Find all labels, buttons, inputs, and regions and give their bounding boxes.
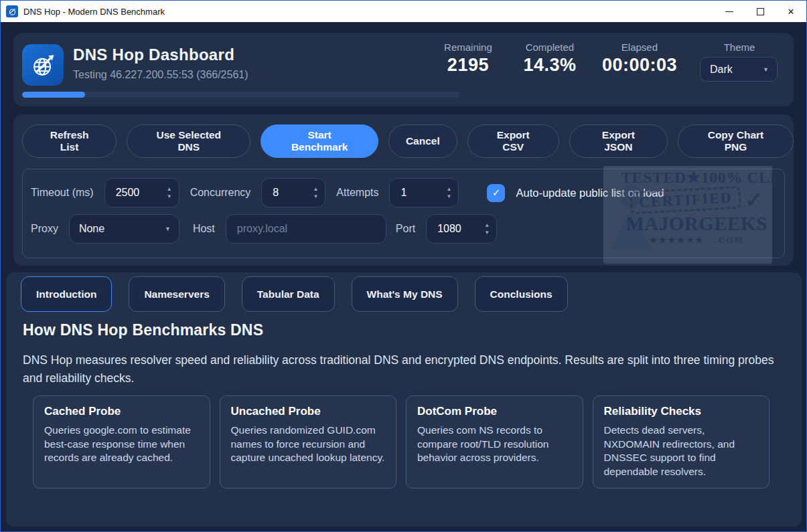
stat-remaining: Remaining 2195 [439, 41, 498, 76]
refresh-list-button[interactable]: Refresh List [22, 124, 117, 158]
proxy-label: Proxy [31, 223, 58, 235]
header-card: DNS Hop Dashboard Testing 46.227.200.55:… [13, 33, 794, 106]
timeout-spin-up-icon[interactable]: ▲ [167, 187, 172, 191]
progress-bar [22, 92, 460, 98]
content-card: Introduction Nameservers Tabular Data Wh… [6, 272, 802, 527]
check-icon: ✓ [492, 187, 501, 199]
stat-completed-value: 14.3% [520, 55, 579, 76]
uncached-probe-card: Uncached Probe Queries randomized GUID.c… [220, 395, 397, 489]
cancel-button[interactable]: Cancel [388, 124, 457, 158]
stat-completed: Completed 14.3% [520, 41, 579, 76]
majorgeeks-watermark: TESTED★100% CLEAN CERTIFIED ✓ MAJORGEEKS… [603, 166, 772, 264]
timeout-label: Timeout (ms) [31, 187, 94, 199]
title-bar: DNS Hop - Modern DNS Benchmark ✕ [1, 1, 806, 22]
card-title: Uncached Probe [231, 405, 386, 418]
attempts-input[interactable]: 1 ▲ ▼ [389, 178, 459, 207]
port-spin-up-icon[interactable]: ▲ [484, 223, 490, 228]
tab-introduction[interactable]: Introduction [21, 276, 112, 312]
export-csv-button[interactable]: Export CSV [467, 124, 559, 158]
chevron-down-icon: ▼ [165, 226, 171, 232]
theme-select[interactable]: Dark ▼ [700, 57, 778, 82]
toolbar: Refresh List Use Selected DNS Start Benc… [22, 124, 794, 158]
copy-chart-png-button[interactable]: Copy Chart PNG [678, 124, 794, 158]
export-json-button[interactable]: Export JSON [569, 124, 668, 158]
host-input[interactable] [226, 214, 386, 244]
port-value: 1080 [437, 223, 461, 235]
card-body: Queries com NS records to compare root/T… [417, 424, 572, 465]
app-logo-icon [6, 5, 18, 17]
port-label: Port [396, 223, 415, 235]
cached-probe-card: Cached Probe Queries google.com to estim… [33, 395, 210, 489]
card-body: Detects dead servers, NXDOMAIN redirecto… [604, 424, 759, 478]
proxy-select[interactable]: None ▼ [69, 214, 179, 244]
watermark-certified-stamp: CERTIFIED [630, 186, 741, 215]
use-selected-dns-button[interactable]: Use Selected DNS [127, 124, 250, 158]
timeout-input[interactable]: 2500 ▲ ▼ [104, 178, 179, 207]
concurrency-label: Concurrency [190, 187, 251, 199]
timeout-value: 2500 [116, 187, 140, 199]
tab-conclusions[interactable]: Conclusions [475, 276, 568, 312]
watermark-stars: ★★★★★★ [650, 235, 705, 246]
maximize-icon [757, 8, 764, 15]
theme-block: Theme Dark ▼ [700, 41, 779, 82]
window-title: DNS Hop - Modern DNS Benchmark [23, 7, 165, 17]
start-benchmark-button[interactable]: Start Benchmark [261, 124, 378, 158]
card-body: Queries randomized GUID.com names to for… [231, 424, 386, 465]
card-title: Reliability Checks [604, 405, 759, 418]
card-title: Cached Probe [44, 405, 199, 418]
tab-tabular-data[interactable]: Tabular Data [242, 276, 335, 312]
watermark-check-icon: ✓ [745, 187, 763, 213]
stat-remaining-label: Remaining [439, 41, 498, 53]
stat-elapsed-value: 00:00:03 [602, 55, 677, 76]
attempts-label: Attempts [336, 187, 378, 199]
concurrency-value: 8 [273, 187, 279, 199]
section-heading: How DNS Hop Benchmarks DNS [23, 321, 263, 339]
concurrency-input[interactable]: 8 ▲ ▼ [261, 178, 325, 207]
reliability-checks-card: Reliability Checks Detects dead servers,… [593, 395, 770, 489]
maximize-button[interactable] [745, 1, 776, 22]
app-window: DNS Hop - Modern DNS Benchmark ✕ [0, 0, 807, 532]
testing-status: Testing 46.227.200.55:53 (366/2561) [73, 69, 248, 81]
watermark-tested-clean: TESTED★100% CLEAN [621, 168, 772, 187]
watermark-brand: MAJORGEEKS [621, 213, 772, 235]
port-input[interactable]: 1080 ▲ ▼ [426, 214, 497, 244]
theme-select-value: Dark [710, 64, 733, 76]
host-label: Host [193, 223, 215, 235]
autoupdate-checkbox[interactable]: ✓ [487, 184, 505, 202]
intro-paragraph: DNS Hop measures resolver speed and reli… [23, 351, 783, 387]
stat-elapsed-label: Elapsed [602, 41, 677, 53]
page-title: DNS Hop Dashboard [73, 46, 248, 64]
concurrency-spin-down-icon[interactable]: ▼ [313, 194, 318, 199]
stat-elapsed: Elapsed 00:00:03 [602, 41, 677, 76]
tab-nameservers[interactable]: Nameservers [129, 276, 224, 312]
proxy-select-value: None [79, 223, 104, 235]
watermark-dotcom: .COM [715, 235, 743, 246]
attempts-spin-down-icon[interactable]: ▼ [447, 194, 452, 199]
progress-fill [22, 92, 85, 98]
attempts-value: 1 [400, 187, 407, 199]
attempts-spin-up-icon[interactable]: ▲ [447, 187, 452, 191]
timeout-spin-down-icon[interactable]: ▼ [167, 194, 172, 199]
card-title: DotCom Probe [417, 405, 572, 418]
card-body: Queries google.com to estimate best-case… [44, 424, 199, 465]
stat-remaining-value: 2195 [439, 55, 498, 76]
minimize-button[interactable] [714, 1, 745, 22]
dns-hop-logo-icon [22, 44, 64, 86]
tab-bar: Introduction Nameservers Tabular Data Wh… [21, 276, 568, 312]
minimize-icon [725, 11, 733, 12]
chevron-down-icon: ▼ [763, 66, 769, 73]
dotcom-probe-card: DotCom Probe Queries com NS records to c… [406, 395, 583, 489]
port-spin-down-icon[interactable]: ▼ [484, 230, 490, 235]
probe-cards: Cached Probe Queries google.com to estim… [33, 395, 769, 489]
theme-label: Theme [700, 41, 779, 53]
stat-completed-label: Completed [520, 41, 579, 53]
tab-whats-my-dns[interactable]: What's My DNS [352, 276, 458, 312]
concurrency-spin-up-icon[interactable]: ▲ [313, 187, 318, 191]
close-button[interactable]: ✕ [776, 1, 806, 22]
app-body: DNS Hop Dashboard Testing 46.227.200.55:… [1, 23, 806, 531]
